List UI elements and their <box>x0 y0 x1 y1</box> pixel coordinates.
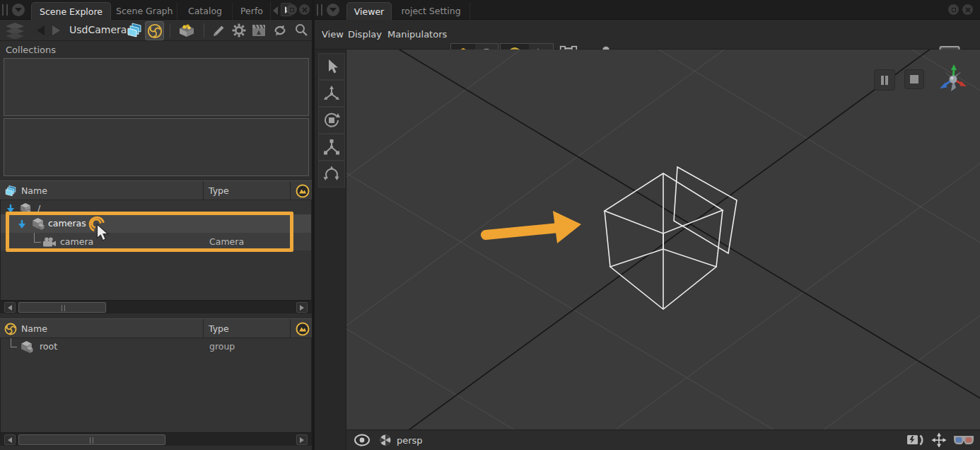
tree-connector <box>34 233 35 242</box>
menu-view[interactable]: View <box>322 20 344 50</box>
scroll-grip <box>90 437 93 444</box>
scene-tree-hscrollbar[interactable] <box>0 300 312 313</box>
usd-stage-icon[interactable] <box>126 22 143 39</box>
scale-icon <box>322 138 341 156</box>
expander-down-icon[interactable] <box>6 204 15 214</box>
pane-maximize-button[interactable] <box>286 4 297 15</box>
scroll-thumb[interactable] <box>18 302 106 313</box>
pane-drag-handle[interactable] <box>317 4 322 16</box>
viewer-panel: Viewer roject Setting View Display Manip… <box>315 0 980 450</box>
translate-tool-button[interactable] <box>318 80 345 107</box>
group-cubes-icon <box>20 340 33 354</box>
pane-menu-button[interactable] <box>327 4 339 16</box>
triangle-right-icon <box>300 437 304 443</box>
pane-close-button[interactable] <box>962 4 973 15</box>
viewer-toolbar: View Display Manipulators <box>315 20 980 50</box>
collections-box-top[interactable] <box>4 58 309 116</box>
current-node-label: UsdCamera <box>69 24 127 35</box>
render-filter-icon[interactable] <box>296 184 310 198</box>
column-divider[interactable] <box>290 319 291 339</box>
pause-button[interactable] <box>874 69 895 91</box>
render-filter-icon[interactable] <box>296 322 310 336</box>
tree-connector <box>11 347 17 347</box>
sync-arrows-icon[interactable] <box>273 24 287 37</box>
expander-down-icon[interactable] <box>18 219 26 229</box>
column-header-type[interactable]: Type <box>209 323 229 334</box>
tree-row-root[interactable]: root group <box>1 338 311 355</box>
edit-pencil-icon[interactable] <box>212 23 226 38</box>
scroll-right-button[interactable] <box>296 302 308 313</box>
close-icon <box>965 7 971 13</box>
viewport-3d[interactable] <box>346 50 980 429</box>
pane-maximize-button[interactable] <box>948 4 959 15</box>
translate-icon <box>322 84 341 103</box>
application-window: Scene Explore Scene Graph Catalog Perfo <box>0 0 980 450</box>
scroll-thumb[interactable] <box>18 434 165 445</box>
select-tool-button[interactable] <box>318 53 345 80</box>
select-arrow-icon <box>322 57 341 76</box>
maximize-icon <box>952 8 956 12</box>
output-tree-rows[interactable]: root group <box>0 338 312 432</box>
tree-row-label: root <box>40 341 57 352</box>
scene-tree-header: Name Type <box>0 180 312 200</box>
visibility-eye-icon[interactable] <box>354 434 371 446</box>
stop-icon <box>910 75 918 83</box>
tree-row-type: group <box>209 341 235 352</box>
pane-drag-handle[interactable] <box>2 4 8 16</box>
stop-button[interactable] <box>904 69 924 89</box>
column-divider[interactable] <box>290 181 291 201</box>
pan-move-icon[interactable] <box>931 432 947 448</box>
rotate-tool-button[interactable] <box>318 107 345 134</box>
menu-manipulators[interactable]: Manipulators <box>387 20 447 50</box>
column-divider[interactable] <box>203 319 204 339</box>
asset-box-icon[interactable] <box>177 22 197 39</box>
current-camera-label[interactable]: persp <box>397 435 423 446</box>
tree-row-label: / <box>37 203 40 214</box>
column-divider[interactable] <box>203 181 204 201</box>
output-tree-header: Name Type <box>0 318 312 338</box>
pane-close-button[interactable] <box>299 4 310 15</box>
output-tree-hscrollbar[interactable] <box>0 432 312 446</box>
tab-performance[interactable]: Perfo <box>233 2 271 20</box>
history-forward-button[interactable] <box>52 25 60 35</box>
stereo-3d-glasses-icon[interactable] <box>953 434 974 446</box>
tree-row-root-slash[interactable]: / <box>1 202 311 214</box>
left-tabbar: Scene Explore Scene Graph Catalog Perfo <box>0 0 312 20</box>
pause-icon <box>880 76 889 85</box>
search-icon[interactable] <box>295 23 308 37</box>
tab-catalog[interactable]: Catalog <box>178 2 233 20</box>
scale-tool-button[interactable] <box>318 134 345 161</box>
scroll-left-button[interactable] <box>4 434 16 445</box>
flash-screen-icon[interactable] <box>906 434 925 446</box>
menu-display[interactable]: Display <box>348 20 382 50</box>
tree-row-type: Camera <box>209 236 244 247</box>
orbit-tool-button[interactable] <box>318 161 345 188</box>
scroll-left-button[interactable] <box>4 302 16 313</box>
explorer-toolbar: UsdCamera <box>0 20 312 41</box>
column-header-name[interactable]: Name <box>21 185 47 196</box>
tree-row-label: cameras <box>48 218 86 229</box>
layers-icon[interactable] <box>4 22 25 39</box>
swirl-icon <box>4 323 17 335</box>
tab-viewer[interactable]: Viewer <box>346 2 392 20</box>
tab-scene-graph[interactable]: Scene Graph <box>112 2 177 20</box>
camera-aperture-icon[interactable] <box>379 434 392 446</box>
group-cubes-icon <box>31 217 45 231</box>
pane-menu-button[interactable] <box>12 4 25 16</box>
tab-scene-explorer[interactable]: Scene Explore <box>31 2 111 20</box>
scroll-right-button[interactable] <box>296 434 308 445</box>
column-header-name[interactable]: Name <box>21 323 47 334</box>
column-header-type[interactable]: Type <box>209 185 229 196</box>
orbit-rotate-icon <box>322 165 341 183</box>
history-back-button[interactable] <box>37 25 45 35</box>
renderer-toggle-button[interactable] <box>145 21 164 40</box>
scene-tree-rows[interactable]: / cameras <box>0 200 312 300</box>
settings-gear-icon[interactable] <box>232 23 246 38</box>
clapperboard-icon[interactable] <box>252 24 266 37</box>
tree-row-camera[interactable]: camera Camera <box>1 233 311 250</box>
tab-scroll-left-icon[interactable] <box>273 6 278 15</box>
tree-row-cameras[interactable]: cameras <box>1 214 311 233</box>
collections-box-bottom[interactable] <box>4 118 309 176</box>
tree-connector <box>34 242 41 243</box>
tab-project-settings[interactable]: roject Setting <box>392 2 470 20</box>
